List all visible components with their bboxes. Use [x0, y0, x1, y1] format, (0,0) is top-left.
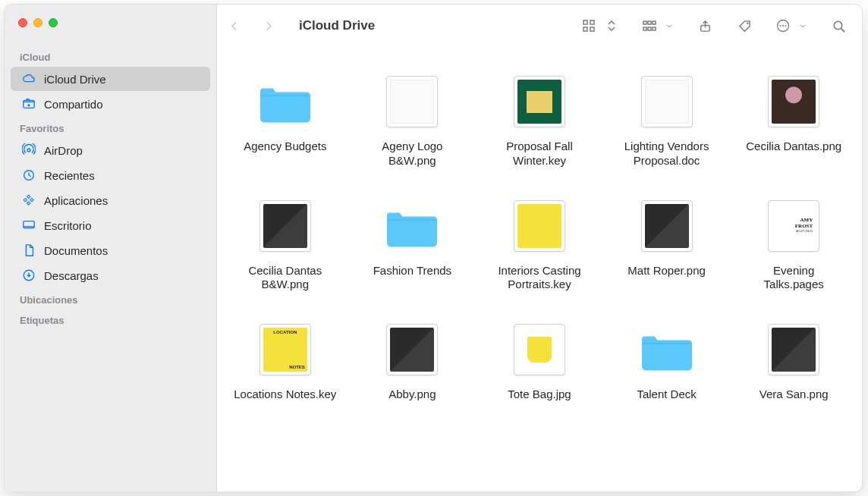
sidebar-item-descargas[interactable]: Descargas: [11, 263, 210, 287]
more-icon: [775, 18, 791, 33]
file-name: Abby.png: [388, 388, 436, 402]
file-name: Agency Budgets: [244, 140, 326, 154]
zoom-window-button[interactable]: [49, 18, 58, 27]
file-name: Talent Deck: [637, 388, 696, 402]
file-thumbnail: [508, 194, 571, 258]
file-thumbnail: [508, 318, 571, 381]
file-item[interactable]: Matt Roper.png: [615, 194, 719, 293]
sidebar-item-label: Compartido: [44, 98, 103, 111]
file-item[interactable]: Talent Deck: [615, 318, 719, 402]
more-actions-button[interactable]: [775, 18, 807, 33]
file-thumbnail: [380, 70, 444, 133]
file-thumbnail: [635, 70, 699, 133]
sidebar-item-label: AirDrop: [44, 144, 83, 157]
downloads-icon: [21, 268, 36, 283]
cloud-icon: [21, 71, 36, 86]
file-item[interactable]: LOCATIONNOTESLocations Notes.key: [234, 318, 337, 402]
apps-icon: [21, 193, 36, 208]
folder-icon: [635, 318, 699, 381]
file-thumbnail: [762, 70, 826, 133]
file-item[interactable]: Interiors Casting Portraits.key: [488, 194, 591, 293]
toolbar: iCloud Drive: [217, 5, 862, 47]
file-grid: Agency BudgetsAgeny Logo B&W.pngProposal…: [234, 70, 845, 402]
desktop-icon: [21, 218, 36, 233]
sidebar-heading: Etiquetas: [5, 309, 216, 329]
file-name: Interiors Casting Portraits.key: [488, 264, 591, 293]
file-item[interactable]: Vera San.png: [742, 318, 845, 402]
forward-button[interactable]: [259, 17, 276, 34]
file-item[interactable]: Cecilia Dantas B&W.png: [234, 194, 337, 293]
sidebar-item-compartido[interactable]: Compartido: [11, 92, 210, 116]
folder-icon: [380, 194, 444, 258]
file-name: Evening Talks.pages: [742, 264, 845, 293]
file-thumbnail: [762, 318, 826, 381]
window-controls: [5, 8, 216, 46]
updown-icon: [604, 18, 619, 33]
file-name: Vera San.png: [760, 388, 829, 402]
file-name: Tote Bag.jpg: [508, 388, 571, 402]
group-by-button[interactable]: [642, 18, 674, 33]
tags-button[interactable]: [736, 17, 753, 34]
grid-view-icon: [581, 18, 596, 33]
sidebar-item-recientes[interactable]: Recientes: [11, 163, 210, 187]
share-button[interactable]: [697, 17, 713, 34]
sidebar-item-documentos[interactable]: Documentos: [11, 238, 210, 262]
content-pane: iCloud Drive: [217, 5, 862, 491]
file-item[interactable]: Lighting Vendors Proposal.doc: [615, 70, 719, 168]
file-thumbnail: AMYFROST06.07.2021: [762, 194, 826, 258]
sidebar-heading: Favoritos: [5, 117, 216, 137]
sidebar-item-airdrop[interactable]: AirDrop: [11, 138, 210, 162]
file-item[interactable]: Proposal Fall Winter.key: [488, 70, 591, 168]
file-thumbnail: LOCATIONNOTES: [253, 318, 317, 381]
sidebar-item-label: Recientes: [44, 169, 95, 182]
clock-icon: [21, 168, 36, 183]
file-item[interactable]: Tote Bag.jpg: [488, 318, 591, 402]
airdrop-icon: [21, 143, 36, 158]
file-name: Matt Roper.png: [627, 264, 706, 278]
file-item[interactable]: Fashion Trends: [361, 194, 464, 293]
file-thumbnail: [253, 194, 317, 258]
minimize-window-button[interactable]: [33, 18, 42, 27]
page-title: iCloud Drive: [299, 18, 375, 33]
file-thumbnail: [380, 318, 444, 381]
group-view-icon: [642, 18, 657, 33]
file-item[interactable]: Cecilia Dantas.png: [742, 70, 845, 168]
file-item[interactable]: Abby.png: [361, 318, 464, 402]
sidebar-heading: iCloud: [5, 46, 216, 66]
file-name: Ageny Logo B&W.png: [361, 140, 464, 168]
view-mode-switcher[interactable]: [581, 18, 619, 33]
back-button[interactable]: [226, 17, 243, 34]
sidebar-item-label: Escritorio: [44, 219, 92, 232]
sidebar-item-label: iCloud Drive: [44, 73, 106, 86]
file-grid-scroll[interactable]: Agency BudgetsAgeny Logo B&W.pngProposal…: [217, 47, 862, 491]
sidebar-item-aplicaciones[interactable]: Aplicaciones: [11, 188, 210, 212]
close-window-button[interactable]: [18, 18, 27, 27]
sidebar-heading: Ubicaciones: [5, 288, 216, 309]
chevron-down-icon: [798, 18, 807, 33]
file-thumbnail: [508, 70, 571, 133]
search-button[interactable]: [830, 17, 847, 34]
sidebar-item-label: Descargas: [44, 269, 99, 282]
chevron-down-icon: [665, 18, 674, 33]
file-item[interactable]: Ageny Logo B&W.png: [361, 70, 464, 168]
shared-folder-icon: [21, 96, 36, 111]
file-item[interactable]: Agency Budgets: [234, 70, 337, 168]
file-thumbnail: [635, 194, 699, 258]
file-name: Locations Notes.key: [234, 388, 336, 402]
file-name: Cecilia Dantas B&W.png: [234, 264, 337, 293]
folder-icon: [253, 70, 317, 133]
sidebar-item-label: Documentos: [44, 244, 108, 257]
file-item[interactable]: AMYFROST06.07.2021Evening Talks.pages: [742, 194, 845, 293]
file-name: Cecilia Dantas.png: [746, 140, 841, 154]
sidebar-item-label: Aplicaciones: [44, 194, 108, 207]
file-name: Fashion Trends: [373, 264, 451, 278]
finder-window: iCloudiCloud DriveCompartidoFavoritosAir…: [4, 4, 863, 492]
sidebar: iCloudiCloud DriveCompartidoFavoritosAir…: [5, 5, 217, 491]
documents-icon: [21, 243, 36, 258]
sidebar-item-icloud-drive[interactable]: iCloud Drive: [11, 67, 210, 91]
file-name: Lighting Vendors Proposal.doc: [615, 140, 719, 168]
file-name: Proposal Fall Winter.key: [488, 140, 591, 168]
sidebar-item-escritorio[interactable]: Escritorio: [11, 213, 210, 237]
